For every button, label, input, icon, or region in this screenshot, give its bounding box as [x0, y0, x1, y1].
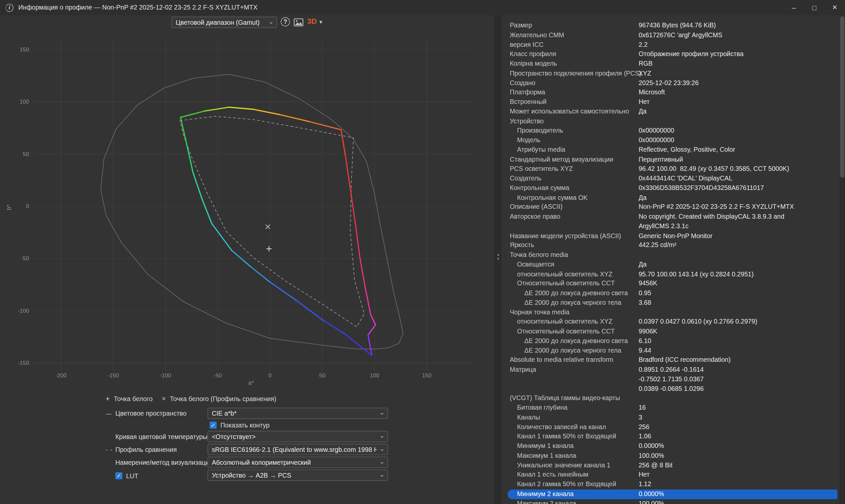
- property-value: Нет: [639, 97, 650, 107]
- chevron-down-icon: ⌄: [379, 408, 385, 416]
- scrollbar-thumb[interactable]: [840, 16, 844, 178]
- property-row[interactable]: Относительный осветитель CCT9456K: [501, 279, 845, 289]
- show-outline-checkbox[interactable]: ✓: [210, 421, 216, 429]
- property-row[interactable]: Создатель0x4443414C 'DCAL' DisplayCAL: [501, 174, 845, 183]
- property-label: Создатель: [501, 174, 541, 183]
- property-row[interactable]: Количество записей на канал256: [501, 422, 845, 432]
- property-row[interactable]: Модель0x00000000: [501, 136, 845, 145]
- property-row[interactable]: Битовая глубина16: [501, 403, 845, 413]
- property-value: 256: [639, 422, 650, 432]
- property-label: Модель: [501, 136, 540, 145]
- property-row[interactable]: Уникальное значение канала 1256 @ 8 Bit: [501, 461, 845, 470]
- property-row[interactable]: Атрибуты mediaReflective, Glossy, Positi…: [501, 145, 845, 155]
- series-profile-gamut: [180, 107, 376, 356]
- property-row[interactable]: Максимум 1 канала100.00%: [501, 451, 845, 461]
- comparison-profile-value: sRGB IEC61966-2.1 (Equivalent to www.srg…: [212, 446, 376, 453]
- property-row[interactable]: ОсвещаетсяДа: [501, 260, 845, 269]
- property-row[interactable]: Каналы3: [501, 413, 845, 422]
- property-row[interactable]: (VCGT) Таблица гаммы видео-карты: [501, 394, 845, 403]
- property-row[interactable]: Колірна модельRGB: [501, 59, 845, 69]
- property-row[interactable]: Максимум 2 канала100.00%: [501, 499, 845, 504]
- property-label: Встроенный: [501, 97, 546, 107]
- lut-checkbox[interactable]: ✓: [115, 472, 122, 479]
- property-row[interactable]: ΔE 2000 до локуса дневного света0.95: [501, 289, 845, 298]
- rendering-intent-label-row: Намерение/метод визуализации: [106, 456, 213, 468]
- property-row[interactable]: относительный осветитель XYZ0.0397 0.042…: [501, 317, 845, 327]
- property-row[interactable]: Точка белого media: [501, 250, 845, 260]
- svg-text:-50: -50: [21, 255, 29, 262]
- property-value: Нет: [639, 470, 650, 480]
- property-row[interactable]: Устройство: [501, 116, 845, 126]
- property-row[interactable]: Чорная точка media: [501, 308, 845, 317]
- property-value: Отображение профиля устройства: [639, 50, 744, 59]
- property-row[interactable]: Яркость442.25 cd/m²: [501, 241, 845, 250]
- property-row[interactable]: ΔE 2000 до локуса дневного света6.10: [501, 337, 845, 346]
- chevron-down-icon: ⌄: [379, 457, 385, 465]
- property-label: версия ICC: [501, 40, 544, 50]
- lut-select[interactable]: Устройство → A2B → PCS ⌄: [208, 470, 388, 481]
- temperature-curve-label: Кривая цветовой температуры: [115, 433, 207, 440]
- property-row[interactable]: Авторское правоNo copyright. Created wit…: [501, 212, 845, 222]
- splitter-sash[interactable]: [495, 15, 501, 504]
- series-comparison-profile-gamut-sRGB: [180, 116, 364, 327]
- gamut-view-value: Цветовой диапазон (Gamut): [176, 18, 266, 26]
- help-button[interactable]: ?: [281, 17, 290, 26]
- export-image-button[interactable]: [294, 18, 303, 29]
- property-row[interactable]: ArgyllCMS 2.3.1c: [501, 222, 845, 231]
- property-value: 9.44: [639, 346, 651, 356]
- property-value: Bradford (ICC recommendation): [639, 356, 731, 365]
- property-row[interactable]: Создано2025-12-02 23:39:26: [501, 78, 845, 88]
- maximize-button[interactable]: □: [804, 0, 825, 15]
- svg-text:50: 50: [23, 151, 29, 157]
- property-row[interactable]: Матрица0.8951 0.2664 -0.1614: [501, 365, 845, 375]
- property-row[interactable]: Контрольная сумма0x3306D538B532F3704D432…: [501, 183, 845, 193]
- property-row[interactable]: Желательно CMM0x6172676C 'argl' ArgyllCM…: [501, 31, 845, 40]
- property-row[interactable]: -0.7502 1.7135 0.0367: [501, 375, 845, 384]
- property-label: Относительный осветитель CCT: [501, 327, 615, 337]
- property-row[interactable]: Может использоваться самостоятельноДа: [501, 107, 845, 116]
- property-row[interactable]: Канал 2 гамма 50% от Входящей1.12: [501, 480, 845, 489]
- property-row[interactable]: Канал 1 гамма 50% от Входящей1.06: [501, 432, 845, 442]
- property-row[interactable]: Стандартный метод визуализацииПерцептивн…: [501, 155, 845, 164]
- comparison-profile-label: Профиль сравнения: [115, 446, 177, 453]
- property-row[interactable]: PCS осветитель XYZ96.42 100.00 82.49 (xy…: [501, 164, 845, 174]
- property-row[interactable]: Класс профиляОтображение профиля устройс…: [501, 50, 845, 59]
- property-label: Максимум 2 канала: [501, 499, 576, 504]
- chevron-down-icon: ⌄: [379, 432, 385, 439]
- property-row[interactable]: Пространство подключения профиля (PCS)XY…: [501, 69, 845, 78]
- property-label: Стандартный метод визуализации: [501, 155, 613, 164]
- property-row[interactable]: 0.0389 -0.0685 1.0296: [501, 384, 845, 394]
- property-row[interactable]: Относительный осветитель CCT9906K: [501, 327, 845, 337]
- property-row[interactable]: Производитель0x00000000: [501, 126, 845, 136]
- comparison-profile-select[interactable]: sRGB IEC61966-2.1 (Equivalent to www.srg…: [208, 444, 388, 455]
- chart-legend: + Точка белого × Точка белого (Профиль с…: [106, 395, 285, 403]
- white-point-marker-icon: +: [106, 395, 113, 403]
- property-row[interactable]: относительный осветитель XYZ95.70 100.00…: [501, 269, 845, 279]
- temperature-curve-value: <Отсутствует>: [212, 433, 376, 440]
- property-row[interactable]: Канал 1 есть линейнымНет: [501, 470, 845, 480]
- temperature-curve-select[interactable]: <Отсутствует> ⌄: [208, 431, 388, 442]
- rendering-intent-select[interactable]: Абсолютный колориметрический ⌄: [208, 456, 388, 468]
- property-row[interactable]: ΔE 2000 до локуса черного тела3.68: [501, 298, 845, 308]
- property-row[interactable]: Контрольная сумма OKДа: [501, 193, 845, 202]
- colorspace-select[interactable]: CIE a*b* ⌄: [208, 408, 388, 419]
- titlebar[interactable]: i Информация о профиле — Non-PnP #2 2025…: [0, 0, 845, 15]
- property-row[interactable]: Absolute to media relative transformBrad…: [501, 356, 845, 365]
- property-label: Описание (ASCII): [501, 202, 562, 212]
- gamut-view-select[interactable]: Цветовой диапазон (Gamut) ⌄: [171, 17, 277, 28]
- property-row[interactable]: ПлатформаMicrosoft: [501, 88, 845, 97]
- property-row[interactable]: Название модели устройства (ASCII)Generi…: [501, 231, 845, 241]
- property-row[interactable]: Описание (ASCII)Non-PnP #2 2025-12-02 23…: [501, 202, 845, 212]
- minimize-button[interactable]: –: [784, 0, 804, 15]
- property-value: Non-PnP #2 2025-12-02 23-25 2.2 F-S XYZL…: [639, 202, 794, 212]
- property-row[interactable]: ΔE 2000 до локуса черного тела9.44: [501, 346, 845, 356]
- property-row[interactable]: версия ICC2.2: [501, 40, 845, 50]
- property-row[interactable]: Размер967436 Bytes (944.76 KiB): [501, 21, 845, 31]
- view-3d-button[interactable]: 3D ▼: [307, 17, 323, 25]
- vertical-scrollbar[interactable]: [840, 15, 845, 504]
- property-row[interactable]: Минимум 1 канала0.0000%: [501, 442, 845, 451]
- close-button[interactable]: ✕: [825, 0, 845, 15]
- property-row[interactable]: Минимум 2 канала0.0000%: [501, 489, 845, 499]
- property-row[interactable]: ВстроенныйНет: [501, 97, 845, 107]
- rendering-intent-label: Намерение/метод визуализации: [115, 458, 213, 466]
